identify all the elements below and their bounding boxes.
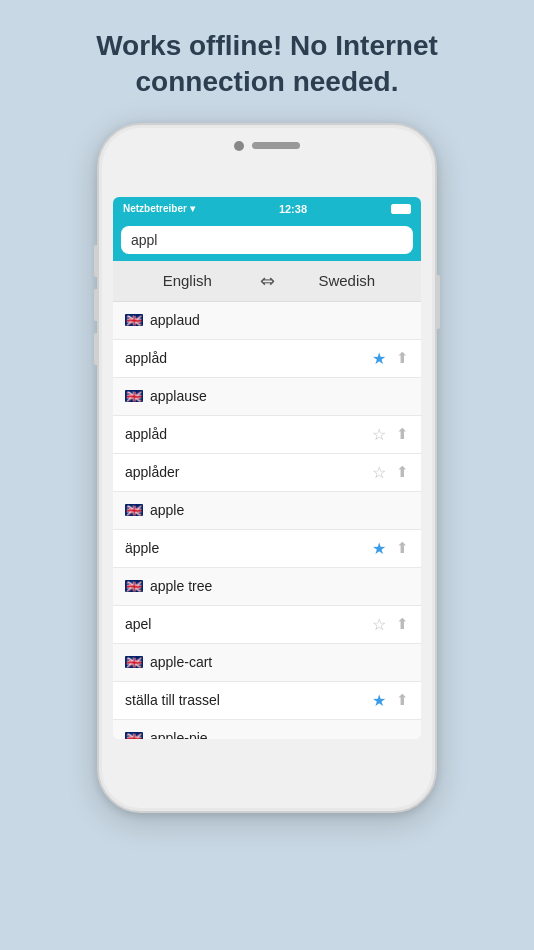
status-time: 12:38 [279,203,307,215]
favorite-icon[interactable]: ★ [372,349,386,368]
phone-shell: Netzbetreiber ▾ 12:38 appl English ⇔ Swe… [97,123,437,813]
word-text: apple-cart [150,654,409,670]
status-bar: Netzbetreiber ▾ 12:38 [113,197,421,221]
share-icon[interactable]: ⬆ [396,463,409,481]
uk-flag-icon [125,390,143,402]
target-language-label[interactable]: Swedish [283,272,412,289]
row-actions: ☆ ⬆ [372,463,409,482]
favorite-icon[interactable]: ☆ [372,425,386,444]
word-text: apel [125,616,372,632]
source-language-label[interactable]: English [123,272,252,289]
speaker-grille [252,142,300,149]
word-text: ställa till trassel [125,692,372,708]
front-camera [234,141,244,151]
share-icon[interactable]: ⬆ [396,615,409,633]
phone-mockup: Netzbetreiber ▾ 12:38 appl English ⇔ Swe… [97,123,437,813]
word-text: äpple [125,540,372,556]
uk-flag-icon [125,314,143,326]
battery-icon [391,204,411,214]
word-text: apple-pie [150,730,409,739]
list-item[interactable]: applåd ★ ⬆ [113,340,421,378]
list-item[interactable]: applaud [113,302,421,340]
list-item[interactable]: äpple ★ ⬆ [113,530,421,568]
wifi-icon: ▾ [190,203,195,214]
word-text: apple [150,502,409,518]
list-item[interactable]: applåd ☆ ⬆ [113,416,421,454]
share-icon[interactable]: ⬆ [396,349,409,367]
list-item[interactable]: apple-pie [113,720,421,739]
list-item[interactable]: ställa till trassel ★ ⬆ [113,682,421,720]
favorite-icon[interactable]: ☆ [372,615,386,634]
uk-flag-icon [125,732,143,739]
list-item[interactable]: applåder ☆ ⬆ [113,454,421,492]
word-text: applåd [125,426,372,442]
share-icon[interactable]: ⬆ [396,425,409,443]
list-item[interactable]: apple [113,492,421,530]
share-icon[interactable]: ⬆ [396,691,409,709]
row-actions: ★ ⬆ [372,691,409,710]
search-bar: appl [113,221,421,261]
favorite-icon[interactable]: ★ [372,539,386,558]
status-right [391,204,411,214]
row-actions: ★ ⬆ [372,349,409,368]
word-text: applause [150,388,409,404]
uk-flag-icon [125,656,143,668]
phone-notch [234,141,300,151]
phone-screen: Netzbetreiber ▾ 12:38 appl English ⇔ Swe… [113,197,421,739]
swap-languages-icon[interactable]: ⇔ [252,270,283,292]
favorite-icon[interactable]: ★ [372,691,386,710]
status-left: Netzbetreiber ▾ [123,203,195,214]
word-text: applåder [125,464,372,480]
search-input[interactable]: appl [121,226,413,254]
list-item[interactable]: apple-cart [113,644,421,682]
list-item[interactable]: apel ☆ ⬆ [113,606,421,644]
word-text: apple tree [150,578,409,594]
app-headline: Works offline! No Internet connection ne… [0,0,534,119]
row-actions: ★ ⬆ [372,539,409,558]
uk-flag-icon [125,504,143,516]
word-text: applåd [125,350,372,366]
row-actions: ☆ ⬆ [372,615,409,634]
word-text: applaud [150,312,409,328]
share-icon[interactable]: ⬆ [396,539,409,557]
list-item[interactable]: applause [113,378,421,416]
word-list: applaud applåd ★ ⬆ applause a [113,302,421,739]
carrier-label: Netzbetreiber [123,203,187,214]
uk-flag-icon [125,580,143,592]
favorite-icon[interactable]: ☆ [372,463,386,482]
search-value: appl [131,232,157,248]
list-item[interactable]: apple tree [113,568,421,606]
language-header[interactable]: English ⇔ Swedish [113,261,421,302]
row-actions: ☆ ⬆ [372,425,409,444]
